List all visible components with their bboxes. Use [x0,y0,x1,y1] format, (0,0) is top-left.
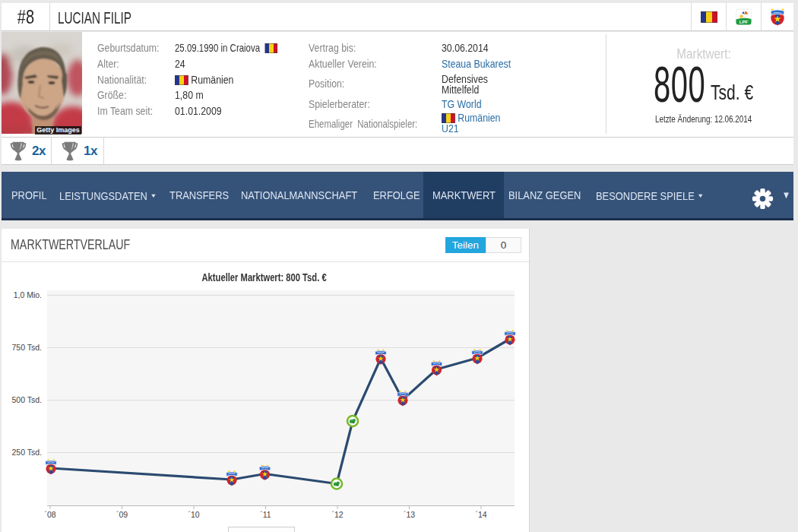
svg-text:LPF: LPF [739,19,749,24]
svg-text:´12: ´12 [331,510,343,519]
svg-text:750 Tsd.: 750 Tsd. [11,343,42,352]
svg-text:´14: ´14 [475,510,486,519]
svg-text:´13: ´13 [404,510,415,519]
svg-text:500 Tsd.: 500 Tsd. [11,395,42,404]
svg-text:´10: ´10 [188,510,199,519]
svg-text:1,0 Mio.: 1,0 Mio. [14,290,42,299]
svg-text:´09: ´09 [116,510,128,519]
svg-text:250 Tsd.: 250 Tsd. [11,448,42,457]
svg-text:STEAUA: STEAUA [774,11,781,14]
svg-text:´11: ´11 [260,510,271,519]
svg-text:´08: ´08 [44,510,55,519]
